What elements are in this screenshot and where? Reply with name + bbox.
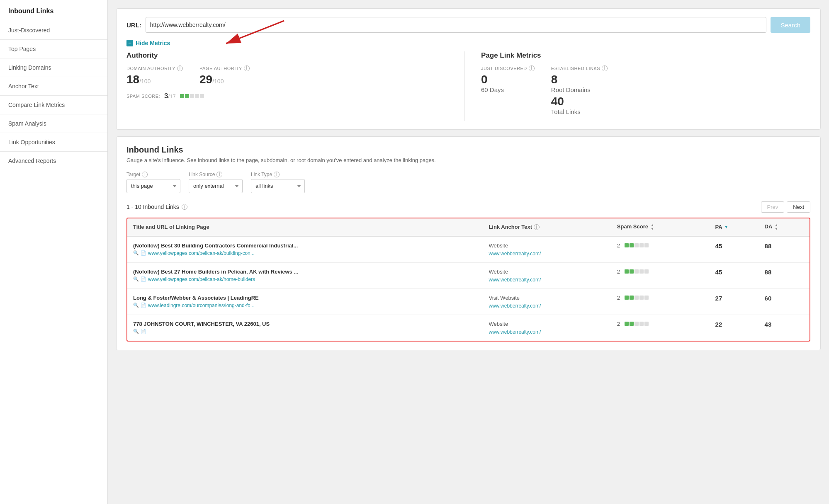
domain-authority-value: 18/100: [126, 73, 183, 86]
sidebar-item-spam-analysis[interactable]: Spam Analysis: [0, 114, 107, 133]
spam-sort-arrows[interactable]: ▲▼: [651, 223, 654, 231]
link-url-row: 🔍 📄 www.yellowpages.com/pelican-ak/home-…: [133, 276, 477, 282]
sidebar-title: Inbound Links: [0, 0, 107, 21]
spam-bar-gray: [635, 296, 639, 300]
spam-bar-visual: [625, 243, 649, 247]
cell-anchor-text: Website www.webberrealty.com/: [483, 262, 611, 288]
spam-bar-green: [625, 269, 629, 274]
hide-metrics-button[interactable]: − Hide Metrics: [126, 40, 170, 46]
inbound-links-title: Inbound Links: [126, 145, 810, 155]
pagination-buttons: Prev Next: [761, 201, 810, 213]
pa-value: 45: [715, 269, 722, 276]
link-source-select[interactable]: only external only internal all links: [189, 179, 243, 193]
sidebar-item-anchor-text[interactable]: Anchor Text: [0, 77, 107, 95]
prev-button[interactable]: Prev: [761, 201, 785, 213]
cell-pa: 45: [710, 262, 759, 288]
spam-bar-green: [630, 322, 634, 326]
spam-bar-gray: [639, 243, 644, 247]
just-discovered-sub: 60 Days: [481, 86, 535, 93]
da-sort-arrows[interactable]: ▲▼: [775, 223, 778, 231]
da-value: 43: [765, 321, 772, 328]
anchor-url[interactable]: www.webberrealty.com/: [489, 251, 541, 257]
link-title: (Nofollow) Best 27 Home Builders in Peli…: [133, 269, 477, 275]
cell-anchor-text: Website www.webberrealty.com/: [483, 236, 611, 263]
sidebar-item-just-discovered[interactable]: Just-Discovered: [0, 21, 107, 39]
sidebar-item-link-opportunities[interactable]: Link Opportunities: [0, 133, 107, 151]
spam-bar-gray: [639, 269, 644, 274]
page-authority-value: 29/100: [199, 73, 250, 86]
spam-cell: 2: [617, 321, 704, 327]
anchor-url[interactable]: www.webberrealty.com/: [489, 303, 541, 309]
spam-bar-visual: [625, 296, 649, 300]
spam-bar-green: [625, 243, 629, 247]
spam-bar-green: [625, 322, 629, 326]
authority-title: Authority: [126, 51, 456, 60]
cell-spam-score: 2: [611, 262, 710, 288]
sidebar-item-top-pages[interactable]: Top Pages: [0, 39, 107, 58]
spam-bar-gray: [644, 322, 649, 326]
inbound-links-table-wrapper: Title and URL of Linking Page Link Ancho…: [126, 218, 810, 342]
just-discovered-metric: JUST-DISCOVERED i 0 60 Days: [481, 65, 535, 115]
domain-authority-metric: DOMAIN AUTHORITY i 18/100: [126, 65, 183, 86]
url-search-card: URL: Search − Hide Metrics: [116, 8, 821, 130]
established-links-total-label: Total Links: [551, 108, 608, 115]
target-filter: Target i this page subdomain root domain: [126, 172, 180, 193]
da-value: 88: [765, 269, 772, 276]
next-button[interactable]: Next: [787, 201, 810, 213]
link-url[interactable]: www.yellowpages.com/pelican-ak/building-…: [148, 250, 255, 256]
established-links-root-label: Root Domains: [551, 86, 608, 93]
col-spam-score: Spam Score ▲▼: [611, 218, 710, 236]
link-source-filter-label: Link Source i: [189, 172, 243, 177]
table-row: (Nofollow) Best 27 Home Builders in Peli…: [127, 262, 810, 288]
results-info-icon: i: [182, 204, 187, 210]
page-link-metrics-row: JUST-DISCOVERED i 0 60 Days ESTABLISHED …: [481, 65, 810, 115]
sidebar-item-linking-domains[interactable]: Linking Domains: [0, 58, 107, 77]
da-value: 60: [765, 295, 772, 302]
link-url-row: 🔍 📄 www.yellowpages.com/pelican-ak/build…: [133, 250, 477, 256]
spam-bar-gray: [635, 322, 639, 326]
url-label: URL:: [126, 22, 141, 29]
spam-bar-visual: [625, 322, 649, 326]
url-input[interactable]: [146, 17, 767, 33]
pa-value: 45: [715, 242, 722, 250]
sidebar-item-compare-link-metrics[interactable]: Compare Link Metrics: [0, 95, 107, 114]
link-source-info-icon: i: [216, 172, 222, 177]
spam-cell: 2: [617, 295, 704, 301]
spam-bar-segment-5: [200, 94, 204, 98]
cell-spam-score: 2: [611, 236, 710, 263]
search-icon: 🔍: [133, 329, 139, 334]
page-link-metrics-title: Page Link Metrics: [481, 51, 810, 60]
link-url[interactable]: www.leadingre.com/ourcompanies/long-and-…: [148, 303, 255, 308]
pa-value: 27: [715, 295, 722, 302]
established-links-label: ESTABLISHED LINKS i: [551, 65, 608, 71]
spam-bar-gray: [644, 269, 649, 274]
spam-bar: [180, 94, 204, 98]
spam-bar-gray: [644, 296, 649, 300]
cell-pa: 27: [710, 288, 759, 315]
link-type-select[interactable]: all links follow nofollow: [251, 179, 305, 193]
sidebar-item-advanced-reports[interactable]: Advanced Reports: [0, 151, 107, 170]
just-discovered-value: 0: [481, 73, 535, 86]
table-row: (Nofollow) Best 30 Building Contractors …: [127, 236, 810, 263]
spam-cell: 2: [617, 242, 704, 249]
anchor-url[interactable]: www.webberrealty.com/: [489, 329, 541, 335]
spam-score-row: SPAM SCORE: 3/17: [126, 92, 456, 100]
target-select[interactable]: this page subdomain root domain: [126, 179, 180, 193]
pa-sort-arrows[interactable]: ▼: [724, 225, 728, 229]
authority-metrics-row: DOMAIN AUTHORITY i 18/100 PAGE AUTHORITY…: [126, 65, 456, 86]
page-link-metrics-section: Page Link Metrics JUST-DISCOVERED i 0 60…: [464, 51, 810, 121]
spam-bar-segment-4: [195, 94, 199, 98]
sidebar: Inbound Links Just-Discovered Top Pages …: [0, 0, 108, 504]
established-links-total: 40: [551, 95, 608, 108]
url-row: URL: Search: [126, 17, 810, 33]
search-button[interactable]: Search: [771, 17, 810, 33]
cell-anchor-text: Visit Website www.webberrealty.com/: [483, 288, 611, 315]
page-icon: 📄: [141, 276, 146, 282]
link-url[interactable]: www.yellowpages.com/pelican-ak/home-buil…: [148, 276, 255, 282]
anchor-text-info-icon: i: [534, 224, 540, 230]
table-row: Long & Foster/Webber & Associates | Lead…: [127, 288, 810, 315]
search-icon: 🔍: [133, 303, 139, 308]
anchor-url[interactable]: www.webberrealty.com/: [489, 277, 541, 283]
metrics-grid: Authority DOMAIN AUTHORITY i 18/100 P: [126, 51, 810, 121]
inbound-links-description: Gauge a site's influence. See inbound li…: [126, 157, 810, 163]
